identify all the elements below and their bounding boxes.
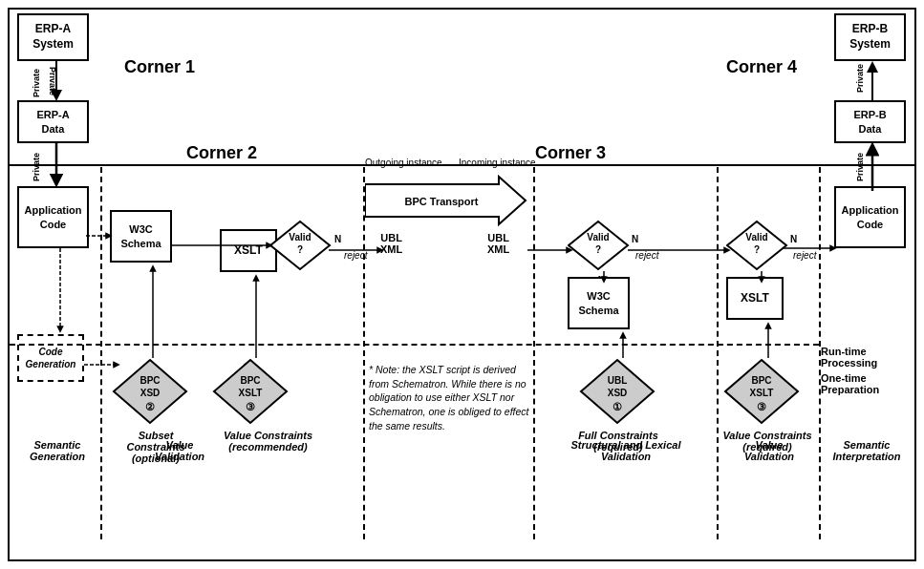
svg-text:③: ③ (757, 401, 766, 412)
arrow-appcode-erpbdata (866, 143, 879, 191)
corner2-label: Corner 2 (186, 143, 257, 163)
svg-text:UBL: UBL (608, 375, 628, 386)
private-text-1: Private (32, 69, 41, 97)
value-constraints-left-label: Value Constraints(recommended) (208, 430, 328, 453)
svg-text:BPC: BPC (140, 375, 160, 386)
bpc-transport-arrow: BPC Transport (365, 175, 527, 227)
arrow-bpcxsd-w3c (143, 263, 162, 363)
corner1-label: Corner 1 (124, 57, 195, 77)
corner3-label: Corner 3 (535, 143, 606, 163)
arrow-erpa-system-data (50, 61, 63, 101)
arrow-ublxsd-w3c-right (613, 329, 633, 363)
arrow-bpcxslt-xslt-right (759, 320, 778, 363)
svg-text:Valid: Valid (745, 232, 767, 242)
svg-text:XSLT: XSLT (750, 388, 774, 398)
erp-b-system-box: ERP-BSystem (834, 13, 906, 61)
arrow-valid-ublxml (329, 241, 386, 260)
svg-text:XSLT: XSLT (239, 388, 263, 398)
arrow-valid-w3c-right (594, 271, 613, 285)
svg-text:③: ③ (246, 401, 255, 412)
bpc-xsd-2-diamond: BPC XSD ② (112, 358, 188, 425)
note-text: * Note: the XSLT script is derived from … (369, 363, 531, 432)
arrow-xslt-valid (275, 241, 318, 260)
runtime-label: Run-timeProcessing (821, 346, 916, 369)
arrow-valid2-xslt-right (752, 271, 771, 285)
outgoing-label: Outgoing instance (365, 158, 442, 168)
v-dashed-2 (363, 167, 365, 539)
ubl-xsd-1-diamond: UBL XSD ① (579, 358, 655, 425)
erp-a-system-box: ERP-ASystem (17, 13, 89, 61)
private-text-3: Private (855, 64, 865, 93)
erp-a-data-box: ERP-AData (17, 100, 89, 143)
svg-text:Valid: Valid (587, 232, 609, 242)
svg-text:②: ② (145, 401, 155, 412)
subset-constraints-label: SubsetConstraints(optional) (103, 430, 208, 464)
semantic-generation-label: SemanticGeneration (10, 439, 105, 462)
value-constraints-right-label: Value Constraints(required) (720, 430, 815, 453)
private-text-2: Private (32, 153, 41, 181)
ubl-xml-in-label: UBLXML (487, 232, 509, 255)
svg-text:XSD: XSD (608, 388, 628, 398)
app-code-left-box: ApplicationCode (17, 186, 89, 248)
svg-text:①: ① (612, 401, 622, 412)
svg-text:BPC: BPC (751, 375, 771, 386)
arrow-bpcxslt-xslt (247, 272, 266, 363)
svg-text:XSD: XSD (140, 388, 161, 398)
diagram: Corner 1 Corner 2 Corner 3 Corner 4 ERP-… (0, 0, 924, 569)
svg-text:?: ? (595, 244, 601, 255)
v-dashed-3 (533, 167, 535, 539)
v-dashed-4 (717, 167, 719, 539)
onetime-label: One-timePreparation (821, 372, 916, 395)
arrow-appcode-w3c (86, 226, 115, 245)
arrow-appcode-right-w3c (834, 234, 863, 253)
h-dashed-divider (10, 344, 819, 346)
bpc-xslt-3-left-diamond: BPC XSLT ③ (212, 358, 289, 425)
incoming-label: Incoming instance (459, 158, 536, 168)
arrow-erpb-data-system (866, 61, 879, 101)
w3c-schema-left-box: W3CSchema (110, 210, 172, 263)
private-text-4: Private (855, 153, 865, 181)
corner4-label: Corner 4 (726, 57, 797, 77)
arrow-w3c-valid (170, 236, 275, 255)
v-dashed-1 (100, 167, 102, 539)
arrow-erpa-data-down (50, 143, 63, 186)
bpc-xslt-3-right-diamond: BPC XSLT ③ (723, 358, 800, 425)
arrow-xslt-appcode-right (784, 239, 839, 258)
svg-text:?: ? (754, 244, 760, 255)
arrow-codegen-bpcxsd (84, 355, 122, 374)
svg-text:BPC Transport: BPC Transport (404, 196, 478, 207)
semantic-interpretation-label: SemanticInterpretation (819, 439, 914, 462)
erp-b-data-box: ERP-BData (834, 100, 906, 143)
arrow-appcode-down (51, 248, 70, 382)
full-constraints-label: Full Constraints(required) (570, 430, 666, 453)
arrow-valid1-valid2 (628, 241, 733, 260)
valid-diamond-right2: Valid ? (726, 220, 788, 272)
valid-diamond-right1: Valid ? (568, 220, 630, 272)
svg-text:BPC: BPC (240, 375, 260, 386)
arrow-ublxml-valid-right (527, 241, 575, 260)
